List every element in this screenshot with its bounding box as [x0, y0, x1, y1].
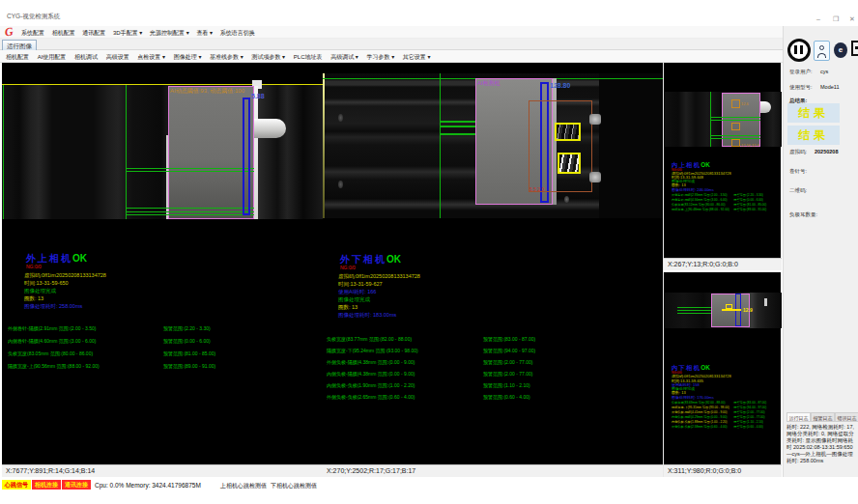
virtual-code-line: 虚拟码:0ff1im20250208133134728 [24, 272, 106, 279]
log-tab-alarm[interactable]: 报警日志 [811, 412, 835, 422]
user-button[interactable] [814, 41, 830, 61]
menu-camera-config[interactable]: 相机配置 [52, 30, 75, 36]
turns-line: 圈数: 13 [338, 304, 358, 311]
tool-image-process[interactable]: 图像处理 ▾ [174, 54, 202, 60]
measurement-row: 内侧卷针-隔膜(4.60mm 范围:(3.00 - 6.00)预警范围:(0.0… [2, 338, 323, 346]
roi-square-1 [731, 99, 740, 108]
pause-button[interactable] [787, 39, 811, 62]
toolbar-items: 相机配置 AI使用配置 相机调试 高级设置 点检设置 ▾ 图像处理 ▾ 基准线参… [6, 53, 438, 62]
virtual-code-line: 虚拟码:0ff1im20250208133134728 [338, 273, 420, 280]
green-measure-line-1 [126, 168, 254, 169]
metal-lug [589, 114, 601, 125]
cpu-memory-text: Cpu: 0.0% Memory: 3424.41796875M [95, 482, 201, 489]
roi-square-3 [731, 139, 740, 147]
tool-learn-params[interactable]: 学习参数 ▾ [367, 54, 395, 60]
time-line: 时间:13-31-59-627 [338, 281, 383, 288]
measurement-row: 内侧负极-负极(1.90mm 范围:(1.00 - 2.20)预警范围:(1.1… [323, 382, 663, 390]
menu-comm-config[interactable]: 通讯配置 [82, 30, 105, 36]
measurement-row: 负极宽度(83.77mm 范围:(82.00 - 88.00)预警范围:(83.… [323, 336, 663, 344]
image-right-dark [599, 73, 663, 218]
mini-results: 内下相机OK NG:0/0 虚拟码:0ff1im2025020813313472… [672, 364, 787, 462]
roi-square-2 [731, 123, 740, 130]
green-measure-line-2 [710, 120, 760, 121]
heartbeat-badge: 心跳信号 [2, 480, 31, 490]
camera-view-inner-lower[interactable]: 12.9 内下相机OK NG:0/0 虚拟码:0ff1im20250208133… [663, 272, 781, 477]
red-measure-label: 5.5 2.0 [529, 186, 544, 192]
camera-view-inner-upper[interactable]: 12.6 12.16 12.9 内上相机OK NG:0/0 虚拟码:0ff1im… [663, 63, 781, 270]
menu-view[interactable]: 查看 ▾ [196, 30, 213, 36]
code-label: 虚拟码: [789, 149, 807, 155]
menu-language[interactable]: 系统语言切换 [220, 30, 255, 36]
ai-threshold-text: AI动态阈值:93, 动态阈值:100 [170, 87, 244, 96]
yellow-guide-line [2, 84, 323, 85]
brown-roi-rect [529, 100, 592, 192]
time-line: 时间:13-31-59-650 [24, 280, 69, 287]
tool-test-params[interactable]: 测试项参数 ▾ [251, 54, 285, 60]
tool-spot-check[interactable]: 点检设置 ▾ [137, 54, 165, 60]
camera-view-outer-lower[interactable]: AI检测框 128.80 5.5 2.0 外下相机OK NG:0/0 虚拟码:0… [323, 63, 663, 477]
menu-3d-config[interactable]: 3D手配置 ▾ [113, 30, 142, 36]
tool-camera-debug[interactable]: 相机调试 [74, 54, 98, 60]
green-measure-line-4 [126, 211, 254, 212]
roi-label: 12.6 [741, 101, 749, 106]
camera-view-outer-upper[interactable]: AI动态阈值:93, 动态阈值:100 5.88 外上相机OK NG:0/0 虚… [2, 63, 323, 477]
tab-bar [0, 39, 858, 50]
qr-label: 二维码: [789, 187, 807, 194]
pixel-status-bar: X:267;Y:13;R:0;G:0;B:0 [664, 258, 782, 270]
camera-ng-count: NG:0/0 [340, 265, 356, 270]
measurement-row: 外侧负极-负极(2.65mm 范围:(0.60 - 4.00)预警范围:(0.6… [323, 394, 663, 402]
cam-up-heartbeat: 上相机心跳检测值 [220, 482, 267, 490]
menu-system-config[interactable]: 系统配置 [21, 30, 44, 36]
blue-measure-label: 128.80 [550, 82, 570, 89]
tab-run-image[interactable]: 运行图像 [2, 40, 37, 50]
warning-marker [722, 309, 741, 311]
pixel-status-bar: X:7677;Y:891;R:14;G:14;B:14 [2, 464, 323, 477]
tool-plc-address[interactable]: PLC地址表 [294, 54, 323, 60]
separator-roi-rect [168, 86, 254, 219]
cam-down-heartbeat: 下相机心跳检测值 [271, 482, 317, 490]
tool-other-settings[interactable]: 其它设置 ▾ [403, 54, 431, 60]
tool-camera-config[interactable]: 相机配置 [6, 54, 29, 60]
user-icon [819, 45, 824, 50]
measurement-row: 外侧卷针-隔膜(2.91mm 范围:(2.00 - 3.50)预警范围:(2.2… [2, 325, 323, 333]
title-bar: CYG-视觉检测系统 – ❐ ✕ [0, 0, 858, 26]
tool-advanced-settings[interactable]: 高级设置 [106, 54, 129, 60]
tool-advanced-debug[interactable]: 高级调试 ▾ [330, 54, 358, 60]
ai-time-line: 使用AI耗时: 166 [338, 289, 376, 295]
camera-conn-badge: 相机连接 [32, 480, 61, 490]
pause-icon [794, 45, 797, 54]
camera-ng-count: NG:0/0 [26, 264, 42, 269]
bright-speck [764, 298, 767, 306]
pixel-status-bar: X:311;Y:980;R:0;G:0;B:0 [664, 464, 782, 477]
green-vertical-line [440, 73, 441, 218]
pin-label: 卷针号: [789, 168, 807, 175]
maximize-button[interactable]: ❐ [833, 15, 839, 23]
turns-line: 圈数: 13 [24, 295, 43, 302]
menu-light-config[interactable]: 光源控制配置 ▾ [150, 30, 189, 36]
image-right-section [258, 85, 323, 219]
log-text: 耗时: 222, 网络检测耗时: 17, 网络分类耗时: 0, 网络提取分类耗时… [786, 424, 854, 464]
done-line: 图像处理完成 [24, 288, 56, 294]
roi-label: 12.16 12.9 [741, 143, 759, 148]
bolt [338, 114, 343, 122]
window-title: CYG-视觉检测系统 [7, 13, 60, 21]
camera-ok-status: OK [386, 254, 401, 265]
warning-label: 12.9 [743, 307, 753, 313]
tool-ai-config[interactable]: AI使用配置 [38, 54, 67, 60]
tool-baseline-params[interactable]: 基准线参数 ▾ [210, 54, 243, 60]
white-edge-line [166, 135, 168, 219]
camera-ok-status: OK [72, 253, 87, 264]
green-edge-line [3, 85, 4, 219]
model-label: 使用型号: [789, 84, 813, 91]
login-value: cys [820, 69, 828, 74]
blue-measure-rect [243, 98, 250, 215]
log-tab-run[interactable]: 运行日志 [786, 412, 811, 422]
close-button[interactable]: ✕ [849, 15, 855, 23]
minimize-button[interactable]: – [816, 15, 820, 22]
log-tab-error[interactable]: 错误日志 [835, 412, 858, 422]
warning-box [726, 304, 732, 309]
green-measure-line-2 [126, 171, 254, 172]
bolt [338, 181, 343, 188]
app-window: CYG-视觉检测系统 – ❐ ✕ G 系统配置 相机配置 通讯配置 3D手配置 … [0, 0, 858, 504]
e-stop-button[interactable]: e [834, 42, 847, 58]
